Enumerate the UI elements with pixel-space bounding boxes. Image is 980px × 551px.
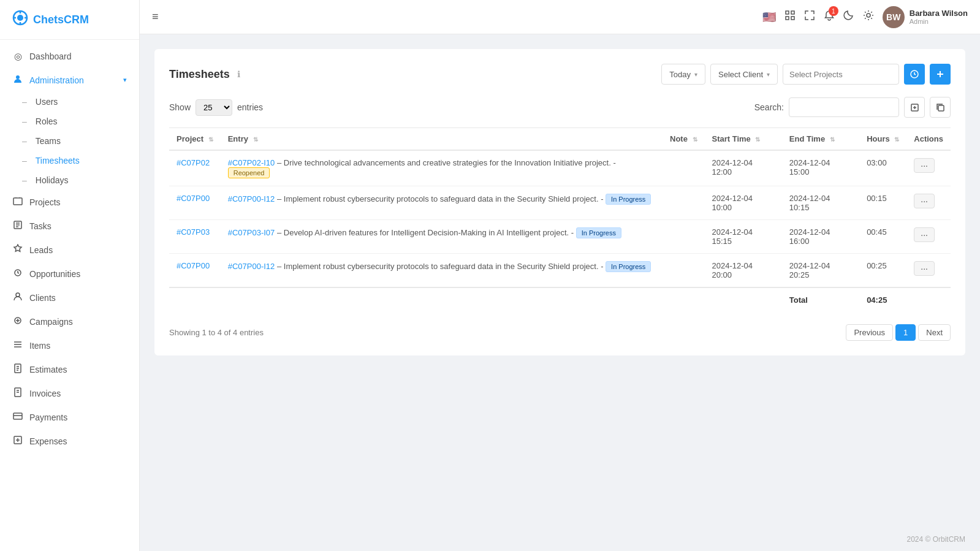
info-icon[interactable]: ℹ	[237, 69, 240, 79]
show-entries-control: Show 25 10 50 100 entries	[169, 99, 263, 116]
sort-icon: ⇅	[755, 136, 760, 143]
sidebar-item-administration[interactable]: Administration ▾	[0, 68, 139, 92]
expenses-icon	[12, 435, 23, 447]
clock-button[interactable]	[904, 64, 925, 85]
settings-gear-icon[interactable]	[863, 10, 874, 24]
sidebar-item-dashboard[interactable]: ◎ Dashboard	[0, 45, 139, 68]
sidebar-item-label: Leads	[29, 245, 127, 255]
sort-icon: ⇅	[894, 136, 899, 143]
sidebar-item-payments[interactable]: Payments	[0, 405, 139, 429]
row-actions-button[interactable]: ···	[914, 261, 935, 276]
select-projects-input[interactable]	[783, 64, 899, 85]
copy-button[interactable]	[930, 97, 951, 118]
svg-rect-7	[13, 198, 22, 205]
col-start-time[interactable]: Start Time ⇅	[705, 128, 782, 151]
col-end-time[interactable]: End Time ⇅	[782, 128, 859, 151]
cell-project: #C07P00	[169, 186, 221, 220]
select-client-label: Select Client	[718, 70, 763, 79]
select-client-dropdown-button[interactable]: Select Client ▾	[710, 64, 778, 85]
svg-point-32	[867, 13, 870, 17]
sidebar-item-projects[interactable]: Projects	[0, 190, 139, 214]
sidebar-item-teams[interactable]: – Teams	[0, 131, 139, 151]
search-input[interactable]	[789, 97, 899, 117]
project-link[interactable]: #C07P00	[177, 194, 210, 203]
apps-grid-icon[interactable]	[784, 10, 796, 24]
status-badge: Reopened	[228, 167, 270, 178]
col-entry[interactable]: Entry ⇅	[221, 128, 663, 151]
sidebar-item-users[interactable]: – Users	[0, 92, 139, 112]
sidebar-item-expenses[interactable]: Expenses	[0, 429, 139, 453]
logo-icon	[12, 10, 28, 29]
sidebar-item-clients[interactable]: Clients	[0, 286, 139, 310]
svg-rect-30	[786, 17, 789, 20]
sidebar-item-opportunities[interactable]: Opportunities	[0, 262, 139, 286]
sidebar-item-items[interactable]: Items	[0, 333, 139, 357]
sidebar-item-invoices[interactable]: Invoices	[0, 381, 139, 405]
entry-link[interactable]: #C07P00-I12	[228, 262, 275, 271]
entry-link[interactable]: #C07P02-I10	[228, 158, 275, 167]
header: ≡ 🇺🇸 1	[140, 0, 980, 34]
header-actions: 🇺🇸 1 BW	[762, 6, 968, 28]
cell-empty	[705, 287, 782, 312]
col-project[interactable]: Project ⇅	[169, 128, 221, 151]
total-hours: 04:25	[859, 287, 906, 312]
sidebar-logo[interactable]: ChetsCRM	[0, 0, 139, 40]
dark-mode-icon[interactable]	[843, 10, 854, 24]
project-link[interactable]: #C07P03	[177, 227, 210, 237]
sidebar-item-roles[interactable]: – Roles	[0, 112, 139, 131]
table-body: #C07P02 #C07P02-I10 – Drive technologica…	[169, 150, 951, 312]
main-content: ≡ 🇺🇸 1	[140, 0, 980, 551]
sidebar-item-label: Invoices	[29, 389, 127, 398]
estimates-icon	[12, 363, 23, 375]
next-page-button[interactable]: Next	[918, 324, 951, 341]
language-flag-icon[interactable]: 🇺🇸	[762, 10, 776, 24]
sidebar-item-estimates[interactable]: Estimates	[0, 357, 139, 381]
status-badge: In Progress	[606, 194, 651, 205]
page-1-button[interactable]: 1	[895, 324, 916, 341]
items-icon	[12, 340, 23, 351]
cell-end-time: 2024-12-04 20:25	[782, 254, 859, 288]
add-button[interactable]	[930, 64, 951, 85]
notification-bell-icon[interactable]: 1	[824, 10, 835, 24]
table-row: #C07P00 #C07P00-I12 – Implement robust c…	[169, 186, 951, 220]
sidebar-item-timesheets[interactable]: – Timesheets	[0, 151, 139, 170]
project-link[interactable]: #C07P00	[177, 261, 210, 270]
menu-toggle-icon[interactable]: ≡	[152, 10, 159, 23]
export-button[interactable]	[904, 97, 925, 118]
col-hours[interactable]: Hours ⇅	[859, 128, 906, 151]
cell-start-time: 2024-12-04 12:00	[705, 150, 782, 186]
administration-icon	[12, 74, 23, 86]
sidebar-item-leads[interactable]: Leads	[0, 238, 139, 262]
pagination-info: Showing 1 to 4 of 4 entries	[169, 328, 264, 337]
cell-end-time: 2024-12-04 10:15	[782, 186, 859, 220]
row-actions-button[interactable]: ···	[914, 227, 935, 242]
cell-project: #C07P00	[169, 254, 221, 288]
card-header: Timesheets ℹ Today ▾ Select Client ▾	[169, 64, 951, 85]
sidebar-item-label: Users	[36, 97, 58, 107]
col-note[interactable]: Note ⇅	[663, 128, 705, 151]
cell-empty	[221, 287, 663, 312]
today-dropdown-button[interactable]: Today ▾	[661, 64, 705, 85]
fullscreen-icon[interactable]	[804, 10, 815, 24]
entry-link[interactable]: #C07P03-I07	[228, 228, 275, 237]
svg-point-13	[16, 293, 20, 297]
chevron-down-icon: ▾	[767, 71, 770, 78]
entries-per-page-select[interactable]: 25 10 50 100	[196, 99, 232, 116]
previous-page-button[interactable]: Previous	[846, 324, 893, 341]
project-link[interactable]: #C07P02	[177, 158, 210, 167]
cell-project: #C07P02	[169, 150, 221, 186]
cell-entry: #C07P00-I12 – Implement robust cybersecu…	[221, 186, 663, 220]
sidebar-item-holidays[interactable]: – Holidays	[0, 170, 139, 190]
user-role: Admin	[910, 18, 968, 25]
col-actions: Actions	[906, 128, 951, 151]
user-avatar[interactable]: BW Barbara Wilson Admin	[883, 6, 968, 28]
table-row: #C07P03 #C07P03-I07 – Develop AI-driven …	[169, 220, 951, 254]
cell-start-time: 2024-12-04 15:15	[705, 220, 782, 254]
table-header: Project ⇅ Entry ⇅ Note ⇅ Start Time ⇅ En…	[169, 128, 951, 151]
row-actions-button[interactable]: ···	[914, 194, 935, 208]
sidebar-item-campaigns[interactable]: Campaigns	[0, 310, 139, 333]
entry-link[interactable]: #C07P00-I12	[228, 194, 275, 203]
row-actions-button[interactable]: ···	[914, 158, 935, 173]
sidebar-item-tasks[interactable]: Tasks	[0, 214, 139, 238]
sidebar-item-label: Holidays	[36, 175, 69, 185]
